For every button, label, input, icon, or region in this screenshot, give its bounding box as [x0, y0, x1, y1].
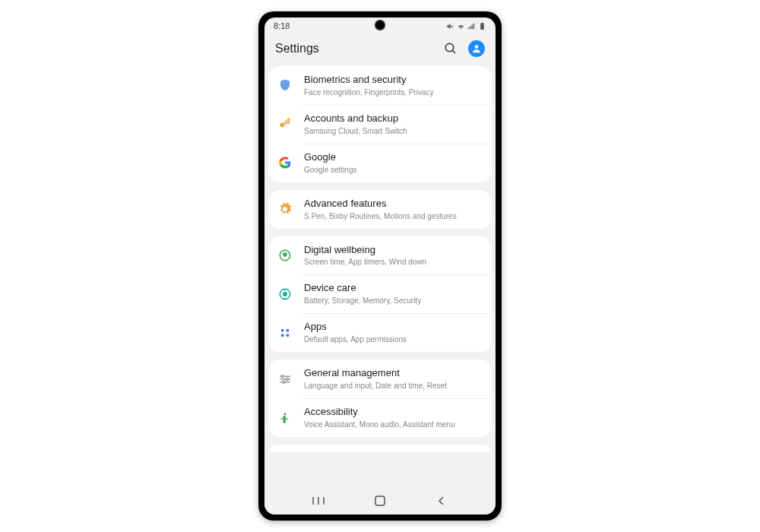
status-time: 8:18 [274, 21, 290, 30]
item-text: Accounts and backup Samsung Cloud, Smart… [304, 112, 482, 136]
item-text: Google Google settings [304, 151, 482, 175]
svg-point-12 [282, 375, 284, 377]
sliders-icon [277, 371, 293, 388]
item-text: Device care Battery, Storage, Memory, Se… [304, 282, 482, 306]
settings-item-apps[interactable]: Apps Default apps, App permissions [269, 313, 491, 352]
item-subtitle: Language and input, Date and time, Reset [304, 381, 482, 391]
apps-icon [277, 325, 293, 341]
battery-icon [478, 22, 486, 30]
svg-point-10 [286, 334, 289, 337]
settings-item-advanced[interactable]: Advanced features S Pen, Bixby Routines,… [269, 190, 491, 229]
wellbeing-icon [277, 247, 293, 264]
header: Settings [264, 34, 496, 66]
google-icon [277, 154, 293, 171]
item-title: General management [304, 367, 482, 380]
page-title: Settings [275, 42, 319, 55]
item-subtitle: Screen time, App timers, Wind down [304, 257, 482, 267]
signal-icon [467, 22, 476, 30]
svg-point-3 [280, 123, 284, 128]
item-subtitle: Face recognition, Fingerprints, Privacy [304, 87, 482, 97]
svg-point-6 [283, 293, 287, 296]
devicecare-icon [277, 286, 293, 302]
shield-icon [277, 77, 293, 93]
nav-bar [264, 487, 496, 515]
item-subtitle: Samsung Cloud, Smart Switch [304, 126, 482, 136]
item-title: Device care [304, 282, 482, 295]
item-title: Apps [304, 321, 482, 334]
settings-card: General management Language and input, D… [269, 359, 491, 437]
svg-point-16 [283, 381, 285, 383]
svg-point-0 [445, 43, 454, 52]
svg-point-9 [281, 334, 284, 337]
item-title: Accounts and backup [304, 112, 482, 125]
key-icon [277, 116, 293, 132]
settings-item-general[interactable]: General management Language and input, D… [269, 359, 491, 398]
search-icon[interactable] [444, 42, 458, 55]
phone-frame: 8:18 Settings Biometrics and security Fa [258, 11, 502, 521]
status-icons [446, 22, 486, 30]
settings-item-biometrics[interactable]: Biometrics and security Face recognition… [269, 66, 491, 105]
item-title: Biometrics and security [304, 74, 482, 87]
item-title: Digital wellbeing [304, 244, 482, 257]
person-icon [277, 410, 293, 426]
settings-item-accounts[interactable]: Accounts and backup Samsung Cloud, Smart… [269, 105, 491, 144]
settings-item-google[interactable]: Google Google settings [269, 144, 491, 182]
nav-back[interactable] [426, 496, 457, 506]
item-text: Biometrics and security Face recognition… [304, 74, 482, 97]
item-subtitle: Voice Assistant, Mono audio, Assistant m… [304, 420, 482, 429]
settings-item-devicecare[interactable]: Device care Battery, Storage, Memory, Se… [269, 274, 491, 313]
item-title: Accessibility [304, 406, 482, 419]
item-title: Google [304, 151, 482, 164]
gear-icon [277, 201, 293, 217]
profile-button[interactable] [468, 40, 485, 57]
svg-line-1 [452, 50, 455, 53]
settings-list[interactable]: Biometrics and security Face recognition… [264, 66, 496, 487]
mute-icon [446, 22, 454, 30]
item-text: Digital wellbeing Screen time, App timer… [304, 244, 482, 268]
settings-item-accessibility[interactable]: Accessibility Voice Assistant, Mono audi… [269, 398, 491, 437]
settings-card: Advanced features S Pen, Bixby Routines,… [269, 190, 491, 229]
screen: 8:18 Settings Biometrics and security Fa [264, 17, 496, 515]
settings-card: Digital wellbeing Screen time, App timer… [269, 236, 491, 353]
item-subtitle: S Pen, Bixby Routines, Motions and gestu… [304, 211, 482, 221]
item-title: Advanced features [304, 198, 482, 211]
item-subtitle: Google settings [304, 165, 482, 175]
item-subtitle: Default apps, App permissions [304, 334, 482, 344]
settings-card: Biometrics and security Face recognition… [269, 66, 491, 182]
front-camera [375, 20, 385, 30]
settings-item-wellbeing[interactable]: Digital wellbeing Screen time, App timer… [269, 236, 491, 275]
svg-point-7 [281, 328, 284, 331]
svg-point-14 [287, 378, 289, 380]
svg-point-8 [286, 328, 289, 331]
item-text: Apps Default apps, App permissions [304, 321, 482, 344]
item-subtitle: Battery, Storage, Memory, Security [304, 296, 482, 306]
svg-point-17 [284, 413, 287, 415]
next-card-peek [269, 445, 491, 452]
svg-rect-21 [375, 496, 385, 505]
wifi-icon [457, 22, 465, 30]
nav-recents[interactable] [303, 496, 334, 506]
item-text: Advanced features S Pen, Bixby Routines,… [304, 198, 482, 221]
item-text: General management Language and input, D… [304, 367, 482, 391]
item-text: Accessibility Voice Assistant, Mono audi… [304, 406, 482, 429]
svg-point-2 [475, 45, 479, 49]
nav-home[interactable] [365, 495, 395, 507]
person-icon [471, 43, 482, 54]
